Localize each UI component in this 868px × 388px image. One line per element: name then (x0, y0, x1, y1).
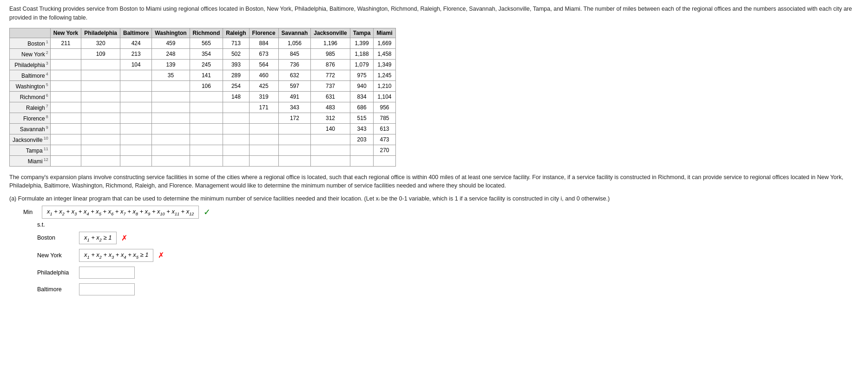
cell-newyork-8: 985 (311, 48, 350, 59)
cell-savannah-4 (190, 123, 223, 134)
cell-raleigh-2 (120, 102, 151, 113)
cell-washington-0 (50, 80, 81, 91)
cell-jacksonville-8 (311, 134, 350, 145)
baltimore-constraint-box[interactable] (79, 283, 135, 295)
cell-newyork-10: 1,458 (374, 48, 395, 59)
cell-washington-5: 254 (223, 80, 249, 91)
cell-richmond-1 (81, 91, 120, 102)
expansion-text: The company's expansion plans involve co… (9, 173, 859, 191)
cell-miami-3 (152, 155, 190, 166)
cell-miami-0 (50, 155, 81, 166)
cell-washington-7: 597 (278, 80, 311, 91)
cell-miami-8 (311, 155, 350, 166)
cell-savannah-2 (120, 123, 151, 134)
cell-baltimore-2 (120, 70, 151, 80)
cell-richmond-4 (190, 91, 223, 102)
cell-raleigh-1 (81, 102, 120, 113)
newyork-constraint-row: New York x1 + x2 + x3 + x4 + x5 ≥ 1 ✗ (37, 249, 859, 262)
cell-boston-7: 1,056 (278, 38, 311, 48)
cell-tampa-2 (120, 145, 151, 155)
objective-box: x1 + x2 + x3 + x4 + x5 + x6 + x7 + x8 + … (42, 206, 199, 219)
cell-savannah-6 (249, 123, 278, 134)
newyork-city-label: New York (37, 252, 79, 259)
cell-florence-1 (81, 113, 120, 123)
cell-baltimore-8: 772 (311, 70, 350, 80)
cell-philadelphia-10: 1,349 (374, 59, 395, 70)
cell-newyork-2: 213 (120, 48, 151, 59)
cell-philadelphia-2: 104 (120, 59, 151, 70)
cell-jacksonville-7 (278, 134, 311, 145)
cell-boston-6: 884 (249, 38, 278, 48)
cell-florence-3 (152, 113, 190, 123)
row-label-miami: Miami12 (10, 155, 51, 166)
cell-florence-5 (223, 113, 249, 123)
cell-boston-2: 424 (120, 38, 151, 48)
row-label-savannah: Savannah9 (10, 123, 51, 134)
cell-boston-1: 320 (81, 38, 120, 48)
boston-city-label: Boston (37, 234, 79, 241)
cell-philadelphia-9: 1,079 (350, 59, 374, 70)
cell-richmond-6: 319 (249, 91, 278, 102)
cell-washington-6: 425 (249, 80, 278, 91)
cell-boston-3: 459 (152, 38, 190, 48)
cell-richmond-2 (120, 91, 151, 102)
cell-baltimore-7: 632 (278, 70, 311, 80)
cell-newyork-5: 502 (223, 48, 249, 59)
cell-tampa-5 (223, 145, 249, 155)
cell-newyork-3: 248 (152, 48, 190, 59)
cell-tampa-10: 270 (374, 145, 395, 155)
cell-boston-0: 211 (50, 38, 81, 48)
cell-richmond-7: 491 (278, 91, 311, 102)
cell-raleigh-5 (223, 102, 249, 113)
row-label-baltimore: Baltimore4 (10, 70, 51, 80)
cell-tampa-8 (311, 145, 350, 155)
cell-florence-8: 312 (311, 113, 350, 123)
cell-tampa-3 (152, 145, 190, 155)
cell-newyork-7: 845 (278, 48, 311, 59)
cell-newyork-9: 1,188 (350, 48, 374, 59)
cell-raleigh-7: 343 (278, 102, 311, 113)
cell-washington-3 (152, 80, 190, 91)
cell-jacksonville-0 (50, 134, 81, 145)
cell-richmond-3 (152, 91, 190, 102)
cell-boston-10: 1,669 (374, 38, 395, 48)
cell-boston-9: 1,399 (350, 38, 374, 48)
cell-washington-10: 1,210 (374, 80, 395, 91)
row-label-philadelphia: Philadelphia3 (10, 59, 51, 70)
cell-boston-8: 1,196 (311, 38, 350, 48)
min-label: Min (23, 209, 37, 215)
cell-florence-0 (50, 113, 81, 123)
cell-savannah-0 (50, 123, 81, 134)
philadelphia-constraint-box[interactable] (79, 267, 135, 279)
cell-philadelphia-4: 245 (190, 59, 223, 70)
cell-baltimore-9: 975 (350, 70, 374, 80)
row-label-newyork: New York2 (10, 48, 51, 59)
cell-jacksonville-10: 473 (374, 134, 395, 145)
cell-tampa-1 (81, 145, 120, 155)
cell-philadelphia-5: 393 (223, 59, 249, 70)
cell-jacksonville-9: 203 (350, 134, 374, 145)
cell-savannah-3 (152, 123, 190, 134)
cell-raleigh-9: 686 (350, 102, 374, 113)
cell-jacksonville-1 (81, 134, 120, 145)
cell-raleigh-0 (50, 102, 81, 113)
cell-raleigh-8: 483 (311, 102, 350, 113)
cell-savannah-7 (278, 123, 311, 134)
cell-tampa-7 (278, 145, 311, 155)
cell-baltimore-4: 141 (190, 70, 223, 80)
cell-miami-2 (120, 155, 151, 166)
newyork-constraint-box[interactable]: x1 + x2 + x3 + x4 + x5 ≥ 1 (79, 249, 153, 262)
cell-washington-2 (120, 80, 151, 91)
cell-boston-4: 565 (190, 38, 223, 48)
cell-philadelphia-8: 876 (311, 59, 350, 70)
distance-table: New YorkPhiladelphiaBaltimoreWashingtonR… (9, 28, 396, 167)
intro-text: East Coast Trucking provides service fro… (9, 5, 859, 22)
baltimore-city-label: Baltimore (37, 286, 79, 293)
cell-washington-8: 737 (311, 80, 350, 91)
cell-baltimore-0 (50, 70, 81, 80)
boston-constraint-box[interactable]: x1 + x2 ≥ 1 (79, 232, 117, 245)
cell-washington-4: 106 (190, 80, 223, 91)
cell-miami-6 (249, 155, 278, 166)
cell-florence-7: 172 (278, 113, 311, 123)
cell-florence-2 (120, 113, 151, 123)
